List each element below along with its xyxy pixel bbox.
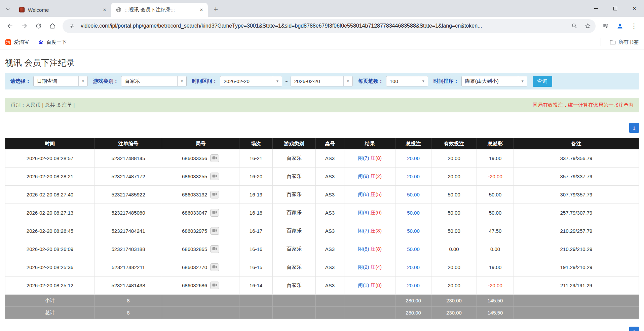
- new-tab-button[interactable]: +: [211, 4, 221, 14]
- video-replay-button[interactable]: [210, 209, 219, 217]
- bookmark-baidu[interactable]: 百度一下: [38, 39, 67, 45]
- cell-session: 16-20: [239, 168, 273, 186]
- chevron-down-icon[interactable]: ▼: [343, 76, 352, 86]
- summary-info-bar: 币别：人民币 | 总共 :8 注单 | 同局有效投注，统一计算在该局第一张注单内: [5, 98, 639, 112]
- total-bet-link[interactable]: 50.00: [407, 228, 420, 234]
- game-type-select[interactable]: 百家乐 ▼: [121, 76, 187, 86]
- cell-bet-id: 523217485922: [95, 186, 162, 204]
- cell-payout: -20.00: [477, 168, 514, 186]
- minimize-button[interactable]: [586, 0, 606, 17]
- total-bet-link[interactable]: 50.00: [407, 210, 420, 216]
- cell-note: 211.29/191.29: [514, 277, 639, 295]
- cell-result: 闲(9) 庄(2): [344, 168, 395, 186]
- video-replay-button[interactable]: [210, 173, 219, 180]
- bookmark-star-icon[interactable]: [583, 21, 593, 31]
- total-bet-link[interactable]: 20.00: [407, 283, 420, 288]
- profile-avatar[interactable]: [614, 20, 626, 32]
- total-bet-link[interactable]: 20.00: [407, 264, 420, 270]
- refresh-button[interactable]: [32, 20, 44, 32]
- forward-button[interactable]: [18, 20, 30, 32]
- chevron-down-icon[interactable]: ▼: [273, 76, 282, 86]
- cell-time: 2026-02-20 08:25:36: [5, 258, 95, 277]
- maximize-icon: [613, 7, 617, 10]
- table-row: 2026-02-20 08:25:12523217481438686032686…: [5, 277, 639, 295]
- total-total-bet: 280.00: [395, 307, 431, 319]
- back-button[interactable]: [4, 20, 16, 32]
- page-1-button[interactable]: 1: [629, 123, 639, 133]
- column-header-payout: 总派彩: [477, 138, 514, 149]
- query-button[interactable]: 查询: [533, 76, 552, 87]
- total-row: 总计 8 280.00 230.00 145.50: [5, 307, 639, 319]
- video-camera-icon: [212, 283, 217, 288]
- pagination: 1: [5, 123, 639, 133]
- total-bet-link[interactable]: 20.00: [407, 174, 420, 179]
- video-replay-button[interactable]: [210, 282, 219, 289]
- close-window-button[interactable]: ✕: [625, 0, 644, 17]
- cell-note: 257.79/307.79: [514, 204, 639, 222]
- total-bet-link[interactable]: 50.00: [407, 246, 420, 252]
- menu-icon[interactable]: ⋮: [628, 20, 640, 32]
- cell-round: 686033356: [162, 149, 239, 168]
- site-settings-icon[interactable]: [67, 21, 77, 31]
- video-replay-button[interactable]: [210, 227, 219, 235]
- cell-bet-id: 523217485060: [95, 204, 162, 222]
- total-bet-link[interactable]: 20.00: [407, 155, 420, 161]
- sort-order-value: 降幂(由大到小): [462, 76, 518, 86]
- cell-game-type: 百家乐: [273, 258, 316, 277]
- cell-note: 337.79/356.79: [514, 149, 639, 168]
- pagination-bottom: 1: [629, 327, 639, 331]
- address-bar[interactable]: videoie.com/ipl/portal.php/game/betrecor…: [63, 19, 596, 33]
- video-camera-icon: [212, 210, 217, 215]
- result-player: 闲(8): [358, 246, 369, 252]
- tab-close-icon[interactable]: ✕: [101, 6, 108, 13]
- bookmark-aitaobao[interactable]: 淘 爱淘宝: [5, 39, 29, 45]
- video-replay-button[interactable]: [210, 191, 219, 198]
- chevron-down-icon[interactable]: ▼: [177, 76, 186, 86]
- all-bookmarks-button[interactable]: 所有书签: [610, 39, 639, 45]
- url-text[interactable]: videoie.com/ipl/portal.php/game/betrecor…: [81, 23, 566, 29]
- per-page-select[interactable]: 100 ▼: [386, 76, 428, 86]
- tab-betrecord[interactable]: :::视讯 会员下注纪录::: ✕: [111, 3, 208, 17]
- cell-payout: 50.00: [477, 186, 514, 204]
- cell-payout: 50.00: [477, 204, 514, 222]
- cell-game-type: 百家乐: [273, 168, 316, 186]
- page-1-button-bottom[interactable]: 1: [629, 327, 639, 331]
- video-camera-icon: [212, 265, 217, 270]
- tab-search-button[interactable]: [3, 4, 13, 14]
- chevron-down-icon[interactable]: ▼: [419, 76, 428, 86]
- subtotal-row: 小计 8 280.00 230.00 145.50: [5, 295, 639, 307]
- total-bet-link[interactable]: 50.00: [407, 192, 420, 197]
- chevron-down-icon[interactable]: ▼: [78, 76, 87, 86]
- tab-close-icon[interactable]: ✕: [198, 6, 205, 13]
- video-camera-icon: [212, 228, 217, 233]
- result-banker: 庄(5): [371, 191, 382, 197]
- table-row: 2026-02-20 08:27:13523217485060686033047…: [5, 204, 639, 222]
- query-mode-select[interactable]: 日期查询 ▼: [33, 76, 88, 86]
- sort-order-select[interactable]: 降幂(由大到小) ▼: [461, 76, 527, 86]
- cell-bet-id: 523217483188: [95, 240, 162, 258]
- video-replay-button[interactable]: [210, 154, 219, 162]
- date-to-value: 2026-02-20: [291, 76, 343, 86]
- home-button[interactable]: [46, 20, 59, 32]
- chevron-down-icon[interactable]: ▼: [518, 76, 527, 86]
- media-controls-icon[interactable]: [600, 20, 612, 32]
- tab-welcome[interactable]: Welcome ✕: [14, 3, 111, 17]
- date-from-input[interactable]: 2026-02-20 ▼: [220, 76, 282, 86]
- cell-time: 2026-02-20 08:26:09: [5, 240, 95, 258]
- zoom-icon[interactable]: [569, 21, 579, 31]
- cell-bet-id: 523217487172: [95, 168, 162, 186]
- currency-total-text: 币别：人民币 | 总共 :8 注单 |: [10, 102, 75, 108]
- maximize-button[interactable]: [606, 0, 625, 17]
- video-replay-button[interactable]: [210, 245, 219, 253]
- date-to-input[interactable]: 2026-02-20 ▼: [291, 76, 353, 86]
- round-number: 686032770: [182, 264, 207, 270]
- video-replay-button[interactable]: [210, 263, 219, 271]
- column-header-note: 备注: [514, 138, 639, 149]
- column-header-total-bet: 总投注: [395, 138, 431, 149]
- empty-cell: [316, 307, 344, 319]
- result-banker: 庄(2): [371, 173, 382, 179]
- per-page-value: 100: [386, 76, 419, 86]
- bookmark-label: 百度一下: [46, 39, 67, 45]
- cell-session: 16-16: [239, 240, 273, 258]
- cell-result: 闲(1) 庄(8): [344, 277, 395, 295]
